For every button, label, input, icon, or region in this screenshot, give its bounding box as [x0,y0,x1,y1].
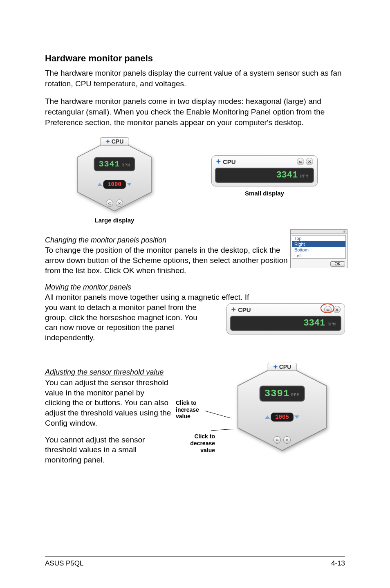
footer-page-number: 4-13 [331,559,345,568]
adjust-hex-gauge: ✦CPU 3391 RPM 1005 ⊂ ✕ [233,360,331,452]
adjust-text-1: You can adjust the sensor threshold valu… [45,378,172,428]
plus-icon: ✦ [231,306,236,313]
threshold-up-icon[interactable] [97,183,102,186]
threshold-readout: 1000 [103,180,126,189]
close-icon[interactable]: ✕ [283,436,291,444]
cpu-label: CPU [223,158,236,165]
threshold-readout: 1005 [271,413,294,422]
cpu-label: CPU [112,138,124,145]
cpu-label: CPU [279,364,291,370]
lcd-value: 3391 [264,388,290,399]
position-option-bottom[interactable]: Bottom [292,247,345,253]
paragraph-intro-1: The hardware monitor panels display the … [45,68,345,89]
footer-product: ASUS P5QL [45,559,84,568]
caption-large: Large display [45,217,184,224]
plus-icon: ✦ [105,138,110,145]
plus-icon: ✦ [273,364,278,370]
threshold-down-icon[interactable] [294,415,299,419]
magnet-icon[interactable]: ⊂ [273,436,281,444]
cpu-label: CPU [238,306,251,313]
ok-button[interactable]: OK [330,261,345,267]
lcd-readout-small: 3341 RPM [215,168,314,183]
cpu-tab: ✦CPU [100,137,129,146]
lcd-readout-adjust: 3391 RPM [260,386,305,402]
threshold-down-icon[interactable] [127,183,132,186]
large-hex-gauge: ✦CPU 3341 RPM 1000 ⊂ ✕ [74,136,155,213]
position-option-right[interactable]: Right [292,241,345,247]
lcd-unit: RPM [300,174,308,179]
lcd-unit: RPM [327,322,336,327]
lcd-readout-detached: 3341 RPM [230,316,341,331]
subheading-adjusting-threshold: Adjusting the sensor threshold value [45,368,172,377]
magnet-icon[interactable]: ⊂ [106,200,113,207]
position-option-top[interactable]: Top [292,236,345,241]
close-icon[interactable]: ✕ [116,200,123,207]
subheading-moving-panels: Moving the monitor panels [45,283,345,292]
threshold-up-icon[interactable] [265,415,270,419]
heading: Hardware monitor panels [45,53,345,64]
moving-panels-text-1: All monitor panels move together using a… [45,292,345,303]
lcd-value: 3341 [99,159,120,169]
paragraph-intro-2: The hardware monitor panels come in two … [45,96,345,128]
lcd-readout-large: 3341 RPM [94,157,135,171]
lcd-unit: RPM [291,393,300,397]
close-icon[interactable]: ✕ [306,158,313,165]
label-decrease: Click to decrease value [176,433,215,453]
plus-icon: ✦ [216,158,221,165]
moving-panels-text-2: you want to detach a monitor panel from … [45,303,208,343]
dropdown-close-icon[interactable]: ⊗ [291,230,347,234]
lcd-value: 3341 [303,318,325,328]
lcd-value: 3341 [276,170,298,180]
magnet-icon[interactable]: ⊂ [297,158,304,165]
lcd-unit: RPM [122,163,130,168]
adjust-text-2: You cannot adjust the sensor threshold v… [45,435,172,465]
caption-small: Small display [184,190,345,197]
changing-position-text: To change the position of the monitor pa… [45,245,290,276]
small-rect-gauge: ✦ CPU ⊂ ✕ 3341 RPM [211,155,318,186]
position-option-left[interactable]: Left [292,253,345,258]
position-dropdown[interactable]: ⊗ Top Right Bottom Left OK [290,229,347,268]
cpu-tab: ✦CPU [268,363,297,371]
